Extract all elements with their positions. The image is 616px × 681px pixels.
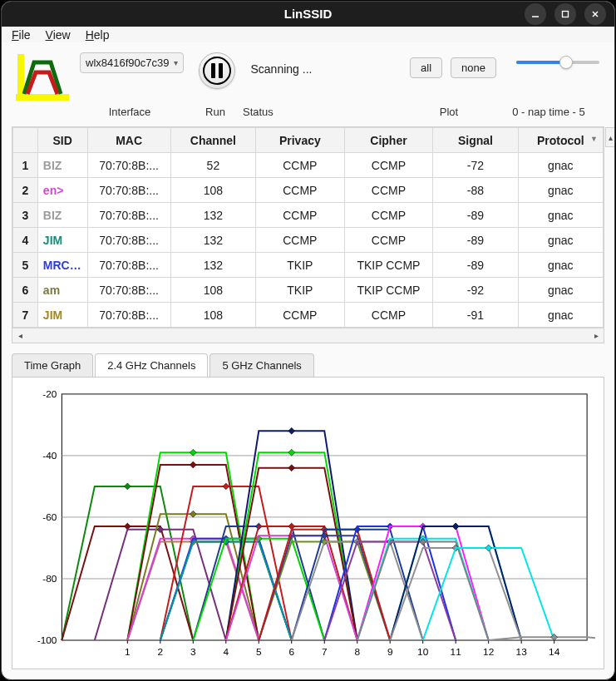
cell-channel: 108 (170, 278, 255, 303)
naptime-label: 0 - nap time - 5 (495, 106, 603, 118)
cell-protocol: gnac (518, 228, 603, 253)
cell-channel: 108 (170, 303, 255, 328)
tab-time-graph[interactable]: Time Graph (12, 353, 93, 377)
cell-cipher: CCMP (344, 203, 433, 228)
cell-privacy: CCMP (256, 203, 345, 228)
table-row[interactable]: 3BIZ70:70:8B:...132CCMPCCMP-89gnac (13, 203, 604, 228)
minimize-button[interactable] (525, 3, 546, 25)
table-row[interactable]: 1BIZ70:70:8B:...52CCMPCCMP-72gnac (13, 153, 604, 178)
chart-svg: -20-40-60-80-1001234567891011121314 (21, 386, 595, 665)
cell-sid: BIZ (37, 153, 87, 178)
cell-privacy: CCMP (256, 303, 345, 328)
col-protocol[interactable]: Protocol (518, 128, 603, 153)
cell-sid: en> (37, 178, 87, 203)
cell-cipher: CCMP (344, 303, 433, 328)
chevron-down-icon: ▾ (174, 58, 178, 67)
cell-protocol: gnac (518, 203, 603, 228)
svg-text:4: 4 (223, 646, 229, 658)
cell-mac: 70:70:8B:... (87, 203, 170, 228)
cell-channel: 52 (170, 153, 255, 178)
col-privacy[interactable]: Privacy (256, 128, 345, 153)
interface-select[interactable]: wlx8416f90c7c39 ▾ (80, 52, 184, 73)
cell-privacy: TKIP (256, 278, 345, 303)
svg-text:11: 11 (451, 646, 461, 658)
svg-text:1: 1 (125, 646, 131, 658)
cell-cipher: TKIP CCMP (344, 278, 433, 303)
scroll-right-arrow[interactable]: ▸ (589, 330, 603, 342)
cell-mac: 70:70:8B:... (87, 303, 170, 328)
cell-cipher: CCMP (344, 228, 433, 253)
cell-channel: 108 (170, 178, 255, 203)
cell-sid: JIM (37, 303, 87, 328)
svg-text:-40: -40 (42, 450, 57, 461)
run-pause-button[interactable] (199, 52, 235, 89)
svg-text:14: 14 (549, 646, 560, 658)
cell-cipher: TKIP CCMP (344, 253, 433, 278)
row-index: 7 (13, 303, 38, 328)
row-index: 3 (13, 203, 38, 228)
cell-mac: 70:70:8B:... (87, 253, 170, 278)
cell-sid: MRC… (37, 253, 87, 278)
channel-chart: -20-40-60-80-1001234567891011121314 (12, 377, 604, 669)
col-signal[interactable]: Signal (433, 128, 518, 153)
chart-tabs: Time Graph 2.4 GHz Channels 5 GHz Channe… (12, 353, 604, 377)
cell-signal: -89 (433, 228, 518, 253)
network-table[interactable]: ▴ SID MAC Channel Privacy Cipher Signal … (12, 126, 604, 343)
tab-5ghz[interactable]: 5 GHz Channels (209, 353, 313, 377)
cell-protocol: gnac (518, 178, 603, 203)
row-index: 2 (13, 178, 38, 203)
table-row[interactable]: 6am70:70:8B:...108TKIPTKIP CCMP-92gnac (13, 278, 604, 303)
col-mac[interactable]: MAC (87, 128, 170, 153)
plot-none-button[interactable]: none (451, 57, 496, 78)
cell-sid: am (37, 278, 87, 303)
cell-mac: 70:70:8B:... (87, 153, 170, 178)
maximize-button[interactable] (554, 3, 576, 25)
menu-file[interactable]: File (12, 28, 31, 42)
cell-signal: -89 (433, 203, 518, 228)
col-sid[interactable]: SID (37, 128, 87, 153)
table-row[interactable]: 7JIM70:70:8B:...108CCMPCCMP-91gnac (13, 303, 604, 328)
svg-text:7: 7 (322, 646, 328, 658)
cell-signal: -92 (433, 278, 518, 303)
cell-cipher: CCMP (344, 153, 433, 178)
close-button[interactable] (584, 3, 606, 25)
svg-text:13: 13 (516, 646, 528, 658)
scroll-left-arrow[interactable]: ◂ (13, 330, 27, 342)
cell-channel: 132 (170, 203, 255, 228)
menu-view[interactable]: View (46, 28, 71, 42)
col-channel[interactable]: Channel (170, 128, 255, 153)
titlebar[interactable]: LinSSID (2, 2, 614, 27)
slider-thumb[interactable] (559, 56, 573, 69)
svg-text:3: 3 (190, 646, 196, 658)
table-row[interactable]: 2en>70:70:8B:...108CCMPCCMP-88gnac (13, 178, 604, 203)
cell-privacy: TKIP (256, 253, 345, 278)
plot-all-button[interactable]: all (410, 57, 442, 78)
cell-signal: -91 (433, 303, 518, 328)
cell-protocol: gnac (518, 278, 603, 303)
svg-text:10: 10 (417, 646, 429, 658)
interface-value: wlx8416f90c7c39 (86, 57, 169, 69)
svg-text:-20: -20 (42, 388, 57, 400)
row-index: 5 (13, 253, 38, 278)
svg-text:-60: -60 (42, 511, 57, 523)
table-row[interactable]: 4JIM70:70:8B:...132CCMPCCMP-89gnac (13, 228, 604, 253)
naptime-slider[interactable] (516, 61, 599, 64)
scroll-up-arrow[interactable]: ▴ (605, 127, 615, 147)
cell-privacy: CCMP (256, 228, 345, 253)
table-header-row: SID MAC Channel Privacy Cipher Signal Pr… (13, 128, 604, 153)
table-row[interactable]: 5MRC…70:70:8B:...132TKIPTKIP CCMP-89gnac (13, 253, 604, 278)
tab-24ghz[interactable]: 2.4 GHz Channels (95, 353, 208, 377)
cell-cipher: CCMP (344, 178, 433, 203)
svg-text:5: 5 (256, 646, 262, 658)
cell-protocol: gnac (518, 303, 603, 328)
cell-sid: BIZ (37, 203, 87, 228)
svg-text:-100: -100 (37, 634, 57, 646)
app-logo-icon (13, 52, 71, 102)
cell-protocol: gnac (518, 153, 603, 178)
horizontal-scrollbar[interactable]: ◂ ▸ (12, 328, 604, 343)
col-cipher[interactable]: Cipher (344, 128, 433, 153)
window-title: LinSSID (284, 7, 333, 21)
menu-help[interactable]: Help (86, 28, 110, 42)
svg-rect-1 (563, 11, 569, 17)
cell-mac: 70:70:8B:... (87, 228, 170, 253)
